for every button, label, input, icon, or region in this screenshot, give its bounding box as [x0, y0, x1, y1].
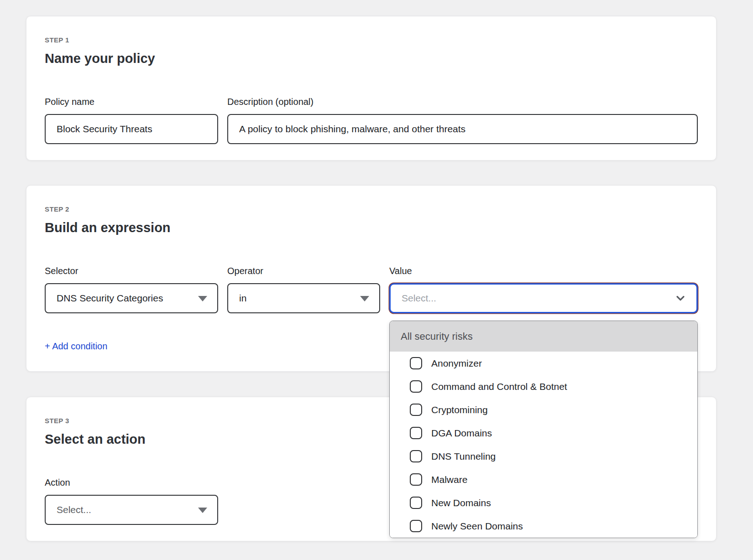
- dropdown-group-header[interactable]: All security risks: [390, 321, 697, 352]
- selector-label: Selector: [45, 265, 218, 276]
- action-select-placeholder: Select...: [57, 504, 91, 515]
- option-label: Anonymizer: [431, 358, 482, 369]
- option-label: Newly Seen Domains: [431, 521, 523, 532]
- checkbox[interactable]: [410, 380, 422, 393]
- chevron-down-icon: [675, 292, 686, 304]
- value-dropdown-menu: All security risks Anonymizer Command an…: [389, 321, 698, 538]
- checkbox[interactable]: [410, 473, 422, 486]
- option-label: Command and Control & Botnet: [431, 381, 567, 392]
- option-label: DGA Domains: [431, 428, 492, 439]
- checkbox[interactable]: [410, 497, 422, 509]
- value-select-placeholder: Select...: [402, 293, 436, 304]
- list-item[interactable]: Malware: [390, 468, 697, 491]
- description-input[interactable]: [227, 114, 698, 144]
- option-label: Cryptomining: [431, 404, 488, 415]
- action-select[interactable]: Select...: [45, 495, 218, 525]
- option-label: DNS Tunneling: [431, 451, 496, 462]
- option-label: New Domains: [431, 498, 491, 508]
- step1-card: STEP 1 Name your policy Policy name Desc…: [26, 16, 716, 161]
- value-label: Value: [389, 265, 698, 276]
- caret-down-icon: [198, 508, 207, 513]
- list-item[interactable]: New Domains: [390, 491, 697, 514]
- operator-select[interactable]: in: [227, 283, 380, 313]
- description-label: Description (optional): [227, 96, 698, 107]
- action-label: Action: [45, 477, 218, 488]
- policy-name-input[interactable]: [45, 114, 218, 144]
- checkbox[interactable]: [410, 520, 422, 532]
- caret-down-icon: [198, 296, 207, 301]
- checkbox[interactable]: [410, 357, 422, 369]
- checkbox[interactable]: [410, 404, 422, 416]
- security-risk-options: Anonymizer Command and Control & Botnet …: [390, 352, 697, 538]
- operator-label: Operator: [227, 265, 380, 276]
- option-label: Malware: [431, 474, 467, 485]
- step2-title: Build an expression: [45, 220, 698, 235]
- step1-title: Name your policy: [45, 51, 698, 66]
- operator-select-value: in: [239, 293, 246, 304]
- step1-label: STEP 1: [45, 16, 698, 44]
- list-item[interactable]: Cryptomining: [390, 398, 697, 421]
- checkbox[interactable]: [410, 427, 422, 439]
- value-select[interactable]: Select...: [389, 283, 698, 313]
- step2-card: STEP 2 Build an expression Selector DNS …: [26, 185, 716, 372]
- checkbox[interactable]: [410, 450, 422, 462]
- policy-name-label: Policy name: [45, 96, 218, 107]
- add-condition-link[interactable]: + Add condition: [45, 341, 107, 352]
- list-item[interactable]: Anonymizer: [390, 352, 697, 375]
- caret-down-icon: [360, 296, 369, 301]
- list-item[interactable]: Newly Seen Domains: [390, 514, 697, 538]
- list-item[interactable]: DGA Domains: [390, 421, 697, 445]
- step2-label: STEP 2: [45, 186, 698, 213]
- selector-select-value: DNS Security Categories: [57, 293, 163, 304]
- selector-select[interactable]: DNS Security Categories: [45, 283, 218, 313]
- list-item[interactable]: DNS Tunneling: [390, 445, 697, 468]
- list-item[interactable]: Command and Control & Botnet: [390, 375, 697, 398]
